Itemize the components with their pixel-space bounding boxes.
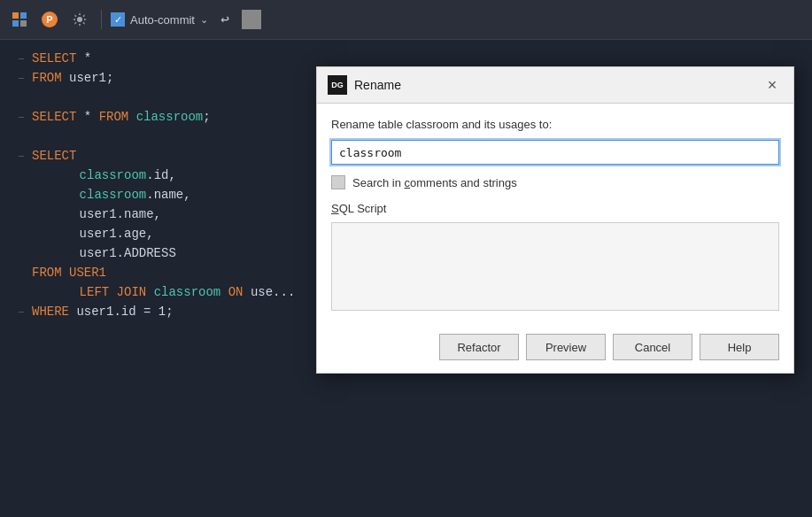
autocommit-dropdown[interactable]: ⌄ <box>200 14 208 26</box>
dialog-footer: Refactor Preview Cancel Help <box>317 334 793 373</box>
dialog-header: DG Rename × <box>317 67 793 104</box>
dialog-overlay: DG Rename × Rename table classroom and i… <box>0 40 812 517</box>
dialog-close-button[interactable]: × <box>762 74 783 96</box>
dialog-body: Rename table classroom and its usages to… <box>317 104 793 334</box>
rename-dialog: DG Rename × Rename table classroom and i… <box>316 66 794 374</box>
svg-rect-0 <box>12 12 19 19</box>
stop-button[interactable] <box>242 10 261 29</box>
autocommit-area: Auto-commit ⌄ <box>111 12 208 27</box>
svg-rect-1 <box>20 12 27 19</box>
help-button[interactable]: Help <box>700 334 779 360</box>
autocommit-label: Auto-commit <box>130 13 195 27</box>
dialog-title: Rename <box>354 78 401 92</box>
svg-rect-2 <box>12 20 19 27</box>
toolbar-separator <box>101 10 102 29</box>
refactor-button[interactable]: Refactor <box>439 334 519 360</box>
toolbar-icon-p[interactable]: P <box>37 7 62 32</box>
checkbox-row: Search in comments and strings <box>331 175 779 189</box>
sql-script-label: SQL Script <box>331 202 779 215</box>
search-comments-checkbox[interactable] <box>331 175 345 189</box>
code-editor: – SELECT * – FROM user1; – SELECT * FROM… <box>0 40 812 517</box>
dg-logo: DG <box>328 75 347 95</box>
autocommit-checkbox[interactable] <box>111 12 125 27</box>
toolbar-icon-1[interactable] <box>7 7 32 32</box>
dialog-header-left: DG Rename <box>328 75 401 95</box>
toolbar: P Auto-commit ⌄ ↩ <box>0 0 812 40</box>
sql-script-area <box>331 222 779 311</box>
svg-text:P: P <box>46 14 52 25</box>
toolbar-icon-gear[interactable] <box>67 7 92 32</box>
dialog-description: Rename table classroom and its usages to… <box>331 118 779 131</box>
svg-rect-3 <box>20 20 27 27</box>
undo-button[interactable]: ↩ <box>213 8 236 31</box>
rename-input[interactable] <box>331 140 779 165</box>
svg-point-6 <box>77 17 82 22</box>
checkbox-label: Search in comments and strings <box>352 176 517 189</box>
preview-button[interactable]: Preview <box>526 334 606 360</box>
cancel-button[interactable]: Cancel <box>613 334 692 360</box>
